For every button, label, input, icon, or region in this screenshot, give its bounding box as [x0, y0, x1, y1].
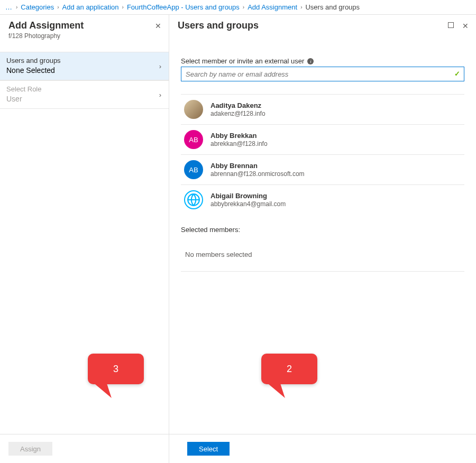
avatar — [184, 100, 203, 119]
chevron-right-icon: › — [16, 4, 17, 10]
avatar: AB — [184, 160, 203, 179]
breadcrumb-link[interactable]: Add Assignment — [248, 3, 297, 11]
breadcrumb-link[interactable]: Add an application — [62, 3, 119, 11]
panel-title: Add Assignment — [8, 20, 160, 31]
annotation-callout-3: 3 — [88, 354, 144, 384]
chevron-right-icon: › — [122, 4, 124, 10]
chevron-right-icon: › — [159, 91, 161, 99]
right-footer: Select — [169, 434, 476, 463]
row-value: User — [6, 95, 160, 103]
selected-members-label: Selected members: — [181, 226, 464, 234]
user-item[interactable]: AB Abby Brennan abrennan@f128.onmicrosof… — [181, 155, 464, 185]
chevron-right-icon: › — [243, 4, 244, 10]
panel-subtitle: f/128 Photography — [8, 32, 160, 40]
breadcrumb-current: Users and groups — [305, 3, 360, 11]
users-and-groups-panel: Users and groups ✕ Select member or invi… — [169, 15, 476, 463]
select-button[interactable]: Select — [187, 442, 230, 456]
close-icon[interactable]: ✕ — [462, 22, 469, 30]
users-and-groups-row[interactable]: Users and groups None Selected › — [0, 52, 169, 80]
user-name: Abby Brekkan — [210, 132, 268, 140]
breadcrumb-link[interactable]: FourthCoffeeApp - Users and groups — [127, 3, 240, 11]
user-email: adakenz@f128.info — [210, 110, 266, 117]
restore-icon[interactable] — [448, 22, 454, 28]
user-name: Abigail Browning — [210, 192, 286, 200]
chevron-right-icon: › — [57, 4, 59, 10]
breadcrumb: … › Categories › Add an application › Fo… — [0, 0, 476, 15]
close-icon[interactable]: ✕ — [155, 22, 161, 30]
chevron-right-icon: › — [159, 62, 161, 70]
row-label: Users and groups — [6, 57, 160, 64]
user-name: Aaditya Dakenz — [210, 101, 266, 109]
chevron-right-icon: › — [300, 4, 302, 10]
row-value: None Selected — [6, 66, 160, 75]
search-label-text: Select member or invite an external user — [181, 57, 304, 65]
select-role-row: Select Role User › — [0, 80, 169, 109]
user-item[interactable]: AB Abby Brekkan abrekkan@f128.info — [181, 125, 464, 155]
avatar: AB — [184, 130, 203, 149]
left-footer: Assign — [0, 434, 169, 463]
panel-title: Users and groups — [178, 20, 468, 31]
globe-icon — [184, 190, 203, 209]
panel-header: Users and groups ✕ — [169, 15, 476, 36]
annotation-callout-2: 2 — [261, 354, 317, 384]
search-label: Select member or invite an external user… — [181, 57, 464, 65]
user-name: Abby Brennan — [210, 162, 305, 170]
search-input[interactable] — [181, 67, 464, 81]
user-list[interactable]: Aaditya Dakenz adakenz@f128.info AB Abby… — [181, 94, 464, 213]
panel-header: Add Assignment f/128 Photography ✕ — [0, 15, 169, 44]
breadcrumb-overflow[interactable]: … — [5, 3, 13, 11]
breadcrumb-link[interactable]: Categories — [21, 3, 54, 11]
user-email: abrekkan@f128.info — [210, 140, 268, 147]
user-email: abrennan@f128.onmicrosoft.com — [210, 170, 305, 178]
selected-members-box: No members selected — [181, 238, 464, 272]
user-item[interactable]: Aaditya Dakenz adakenz@f128.info — [181, 95, 464, 125]
row-label: Select Role — [6, 85, 160, 93]
user-item[interactable]: Abigail Browning abbybrekkan4@gmail.com — [181, 185, 464, 213]
no-members-text: No members selected — [185, 251, 252, 258]
check-icon: ✓ — [454, 70, 460, 78]
assign-button[interactable]: Assign — [8, 442, 52, 456]
user-email: abbybrekkan4@gmail.com — [210, 200, 286, 208]
add-assignment-panel: Add Assignment f/128 Photography ✕ Users… — [0, 15, 169, 463]
info-icon[interactable]: i — [307, 58, 314, 64]
